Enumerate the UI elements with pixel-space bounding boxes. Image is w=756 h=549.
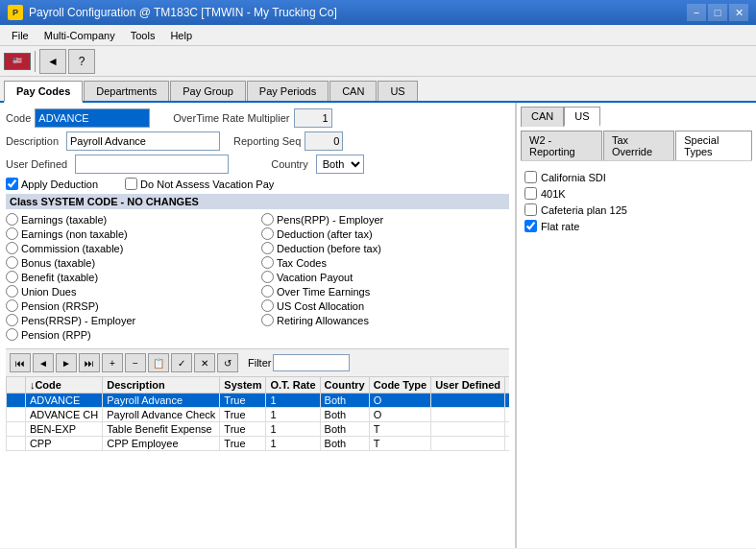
radio-pension-rrsp[interactable]: Pension (RRSP) [6, 299, 254, 312]
table-row[interactable]: ADVANCE CH Payroll Advance Check True 1 … [7, 408, 510, 422]
inner-tab-w2-reporting[interactable]: W2 - Reporting [521, 131, 602, 160]
nav-last-button[interactable]: ⏭ [79, 353, 100, 372]
menu-tools[interactable]: Tools [123, 28, 163, 43]
left-panel: Code OverTime Rate Multiplier Descriptio… [0, 103, 516, 548]
toolbar-back-button[interactable]: ◄ [39, 49, 66, 74]
table-row[interactable]: CPP CPP Employee True 1 Both T [7, 437, 510, 451]
row-code-type: O [369, 394, 430, 408]
row-country: Both [320, 437, 369, 451]
col-code[interactable]: ↓Code [25, 377, 102, 394]
401k-checkbox[interactable]: 401K [524, 187, 748, 200]
radio-deduction-aftertax[interactable]: Deduction (after tax) [261, 227, 509, 240]
radio-overtime-earnings[interactable]: Over Time Earnings [261, 285, 509, 298]
radio-pension-rpp[interactable]: Pension (RPP) [6, 328, 254, 341]
nav-cancel-button[interactable]: ✕ [194, 353, 215, 372]
apply-deduction-checkbox[interactable]: Apply Deduction [6, 178, 98, 190]
nav-delete-button[interactable]: − [125, 353, 146, 372]
flag-icon: 🇺🇸 [4, 53, 31, 70]
data-table: ↓Code Description System O.T. Rate Count… [6, 376, 509, 451]
toolbar-help-button[interactable]: ? [68, 49, 95, 74]
radio-vacation-payout[interactable]: Vacation Payout [261, 271, 509, 283]
row-code: ADVANCE CH [25, 408, 102, 422]
row-country: Both [320, 408, 369, 422]
tab-departments[interactable]: Departments [84, 81, 169, 101]
col-country[interactable]: Country [320, 377, 369, 394]
tab-can[interactable]: CAN [329, 81, 377, 101]
radio-deduction-beforetax[interactable]: Deduction (before tax) [261, 242, 509, 254]
row-system: True [220, 437, 266, 451]
radio-tax-codes[interactable]: Tax Codes [261, 256, 509, 269]
table-row[interactable]: BEN-EXP Table Benefit Expense True 1 Bot… [7, 422, 510, 437]
minimize-button[interactable]: − [687, 4, 706, 21]
user-defined-input[interactable] [75, 155, 229, 174]
flat-rate-input[interactable] [524, 220, 537, 232]
radio-us-cost-allocation[interactable]: US Cost Allocation [261, 299, 509, 312]
row-indicator [7, 422, 26, 437]
col-ot-rate[interactable]: O.T. Rate [266, 377, 320, 394]
menu-multicompany[interactable]: Multi-Company [37, 28, 123, 43]
tab-pay-periods[interactable]: Pay Periods [247, 81, 329, 101]
radio-earnings-nontaxable[interactable]: Earnings (non taxable) [6, 227, 254, 240]
radio-pens-rrsp-employer[interactable]: Pens(RRSP) - Employer [6, 314, 254, 326]
nav-add-button[interactable]: + [102, 353, 123, 372]
tab-pay-group[interactable]: Pay Group [170, 81, 246, 101]
cafeteria-plan-checkbox[interactable]: Cafeteria plan 125 [524, 203, 748, 216]
radio-union-dues[interactable]: Union Dues [6, 285, 254, 298]
description-input[interactable] [66, 131, 220, 151]
nav-prev-button[interactable]: ◄ [33, 353, 54, 372]
nav-copy-button[interactable]: 📋 [148, 353, 169, 372]
row-code-type: O [369, 408, 430, 422]
row-system: True [220, 422, 266, 437]
inner-tab-special-types[interactable]: Special Types [675, 131, 752, 160]
nav-save-button[interactable]: ✓ [171, 353, 192, 372]
do-not-assess-checkbox[interactable]: Do Not Assess Vacation Pay [125, 178, 274, 190]
row-apply-deduction [505, 422, 510, 437]
row-indicator: ► [7, 394, 26, 408]
menu-file[interactable]: File [4, 28, 37, 43]
flat-rate-checkbox[interactable]: Flat rate [524, 220, 748, 232]
close-button[interactable]: ✕ [729, 4, 748, 21]
col-description[interactable]: Description [103, 377, 220, 394]
col-apply-deduction[interactable]: Apply Deduction [505, 377, 510, 394]
nav-first-button[interactable]: ⏮ [10, 353, 31, 372]
title-bar: P Payroll Configuration @ TM183C [TMWIN … [0, 0, 756, 25]
radio-commission-taxable[interactable]: Commission (taxable) [6, 242, 254, 254]
right-tab-can[interactable]: CAN [521, 107, 564, 127]
inner-tab-tax-override[interactable]: Tax Override [603, 131, 674, 160]
california-sdi-checkbox[interactable]: California SDI [524, 171, 748, 183]
col-code-type[interactable]: Code Type [369, 377, 430, 394]
country-select[interactable]: Both CAN US [316, 155, 364, 174]
cafeteria-plan-input[interactable] [524, 203, 537, 216]
right-tab-us[interactable]: US [564, 107, 599, 127]
reporting-seq-input[interactable] [305, 131, 343, 151]
cafeteria-plan-label: Cafeteria plan 125 [541, 204, 627, 216]
description-row: Description Reporting Seq [6, 131, 509, 151]
radio-earnings-taxable[interactable]: Earnings (taxable) [6, 213, 254, 226]
code-input[interactable] [35, 108, 150, 128]
right-tabs-header: CAN US [521, 107, 752, 127]
table-row[interactable]: ► ADVANCE Payroll Advance True 1 Both O … [7, 394, 510, 408]
class-label: Class [10, 196, 40, 207]
user-defined-row: User Defined Country Both CAN US [6, 155, 509, 174]
nav-refresh-button[interactable]: ↺ [217, 353, 238, 372]
maximize-button[interactable]: □ [708, 4, 727, 21]
radio-bonus-taxable[interactable]: Bonus (taxable) [6, 256, 254, 269]
radio-retiring-allowances[interactable]: Retiring Allowances [261, 314, 509, 326]
row-user-defined [431, 408, 505, 422]
toolbar-sep-1 [35, 51, 36, 72]
401k-input[interactable] [524, 187, 537, 200]
radio-pens-rpp-employer[interactable]: Pens(RPP) - Employer [261, 213, 509, 226]
row-description: Payroll Advance [103, 394, 220, 408]
col-user-defined[interactable]: User Defined [431, 377, 505, 394]
overtime-input[interactable] [294, 108, 332, 128]
tab-us[interactable]: US [378, 81, 417, 101]
col-system[interactable]: System [220, 377, 266, 394]
menu-help[interactable]: Help [162, 28, 200, 43]
california-sdi-input[interactable] [524, 171, 537, 183]
radio-benefit-taxable[interactable]: Benefit (taxable) [6, 271, 254, 283]
filter-input[interactable] [273, 354, 350, 371]
class-row: Class SYSTEM CODE - NO CHANGES [6, 194, 509, 209]
tab-pay-codes[interactable]: Pay Codes [4, 81, 83, 103]
nav-next-button[interactable]: ► [56, 353, 77, 372]
user-defined-label: User Defined [6, 158, 67, 170]
